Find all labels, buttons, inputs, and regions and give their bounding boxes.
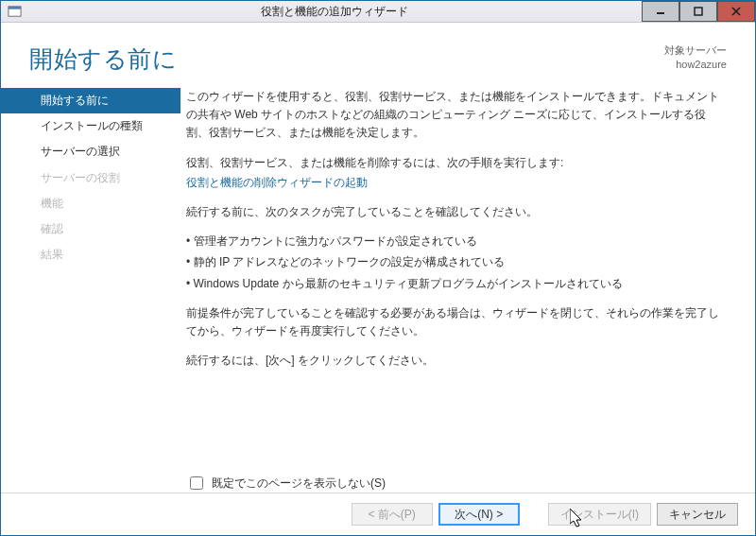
target-server-label: 対象サーバー (664, 43, 727, 58)
footer: < 前へ(P) 次へ(N) > インストール(I) キャンセル (1, 493, 755, 536)
intro-text: このウィザードを使用すると、役割、役割サービス、または機能をインストールできます… (186, 88, 727, 143)
svg-rect-1 (8, 6, 20, 9)
window-title: 役割と機能の追加ウィザード (27, 4, 642, 20)
target-server-info: 対象サーバー how2azure (664, 43, 727, 73)
prereq-item: 管理者アカウントに強力なパスワードが設定されている (186, 233, 727, 251)
step-server-selection[interactable]: サーバーの選択 (1, 139, 180, 164)
header: 開始する前に 対象サーバー how2azure (1, 23, 755, 82)
titlebar: 役割と機能の追加ウィザード (1, 1, 755, 23)
sidebar: 開始する前に インストールの種類 サーバーの選択 サーバーの役割 機能 確認 結… (1, 88, 180, 493)
remove-lead-text: 役割、役割サービス、または機能を削除するには、次の手順を実行します: (186, 154, 727, 172)
next-button[interactable]: 次へ(N) > (438, 503, 520, 526)
continue-note: 続行するには、[次へ] をクリックしてください。 (186, 352, 727, 370)
prereq-item: 静的 IP アドレスなどのネットワークの設定が構成されている (186, 253, 727, 271)
step-installation-type[interactable]: インストールの種類 (1, 113, 180, 139)
step-features: 機能 (1, 191, 180, 216)
step-results: 結果 (1, 242, 180, 268)
previous-button: < 前へ(P) (352, 503, 433, 526)
step-before-you-begin[interactable]: 開始する前に (1, 88, 180, 113)
prereq-note: 前提条件が完了していることを確認する必要がある場合は、ウィザードを閉じて、それら… (186, 304, 727, 340)
step-confirmation: 確認 (1, 216, 180, 242)
svg-rect-3 (695, 8, 702, 15)
install-button: インストール(I) (548, 503, 651, 526)
minimize-button[interactable] (642, 1, 679, 22)
target-server-name: how2azure (664, 58, 727, 72)
wizard-window: 役割と機能の追加ウィザード 開始する前に 対象サーバー how2azure 開始… (0, 0, 756, 536)
prereq-list: 管理者アカウントに強力なパスワードが設定されている 静的 IP アドレスなどのネ… (186, 233, 727, 293)
page-title: 開始する前に (29, 43, 664, 75)
remove-roles-link[interactable]: 役割と機能の削除ウィザードの起動 (186, 176, 368, 189)
app-icon (7, 4, 22, 19)
prereq-lead-text: 続行する前に、次のタスクが完了していることを確認してください。 (186, 203, 727, 221)
close-button[interactable] (717, 1, 755, 22)
cancel-button[interactable]: キャンセル (657, 503, 738, 526)
skip-page-checkbox[interactable] (190, 476, 203, 490)
maximize-button[interactable] (679, 1, 717, 22)
body-content: このウィザードを使用すると、役割、役割サービス、または機能をインストールできます… (180, 88, 746, 493)
skip-page-label[interactable]: 既定でこのページを表示しない(S) (212, 475, 386, 493)
prereq-item: Windows Update から最新のセキュリティ更新プログラムがインストール… (186, 275, 727, 293)
step-server-roles: サーバーの役割 (1, 165, 180, 191)
